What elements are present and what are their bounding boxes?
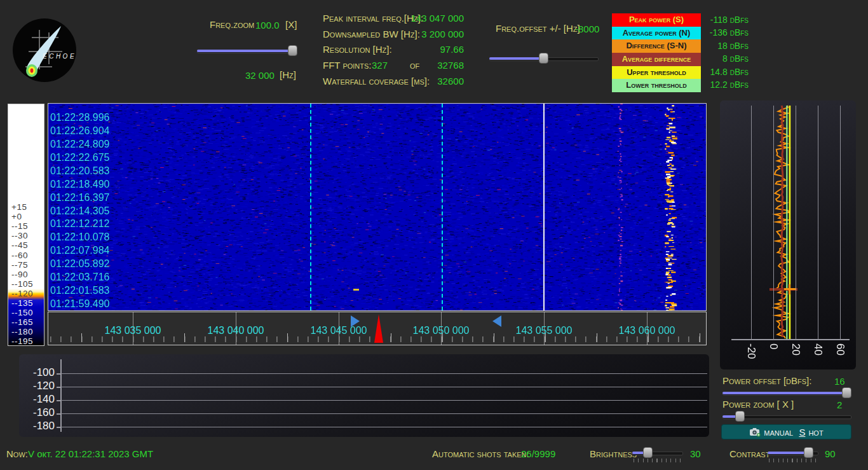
brightness-slider-handle[interactable] (643, 447, 653, 458)
waterfall-timestamp: 01:22:12.212 (50, 218, 109, 230)
legend-button-average-difference[interactable]: Average difference (612, 53, 701, 66)
legend-value-peak-power-s: -118 dBfs (698, 13, 749, 26)
contrast-slider-ticks (769, 459, 818, 462)
stat-value: 97.66 (440, 44, 464, 55)
legend-button-lower-threshold[interactable]: Lower threshold (612, 79, 701, 92)
scale-label: --150 (11, 308, 33, 317)
scale-label: +15 (11, 202, 27, 212)
power-offset-slider-handle[interactable] (842, 387, 851, 398)
manual-shot-button[interactable]: manual Shot (721, 424, 851, 439)
waterfall-timestamp: 01:22:22.675 (50, 152, 109, 163)
waterfall-canvas[interactable] (48, 104, 706, 310)
echoes-main-window: ECHOES Freq.zoom 100.0 [X] 32 000 [Hz] P… (0, 0, 868, 470)
waterfall-timestamp: 01:21:59.490 (50, 298, 109, 310)
frequency-tick-label: 143 050 000 (413, 325, 470, 336)
power-history-tick-label: -100 (19, 366, 55, 379)
trace-legend: Peak power (S)Average power (N)Differenc… (612, 13, 701, 92)
legend-button-upper-threshold[interactable]: Upper threshold (612, 66, 701, 79)
waterfall-timestamp: 01:22:14.305 (50, 205, 109, 217)
waterfall-timestamp: 01:22:01.583 (50, 285, 109, 296)
power-history-tick-label: -180 (19, 420, 55, 432)
legend-value-average-difference: 8 dBfs (698, 52, 749, 65)
contrast-slider-handle[interactable] (804, 447, 813, 458)
power-zoom-label: Power zoom [ X ] (722, 399, 794, 410)
power-history-tick-label: -120 (19, 380, 55, 392)
camera-icon (749, 427, 761, 437)
spectrum-gridline (773, 106, 774, 340)
stat-label: Downsampled BW [Hz]: (323, 29, 420, 39)
power-zoom-slider[interactable] (722, 411, 851, 422)
shots-taken-value: 26/9999 (521, 448, 555, 459)
scale-label: --90 (11, 270, 28, 279)
spectrum-tick-label: 40 (811, 343, 824, 356)
power-offset-value: 16 (834, 376, 845, 387)
waterfall-timestamp: 01:22:20.583 (50, 165, 109, 177)
freq-offset-value: -8000 (575, 24, 599, 34)
stat-value: 327 (372, 60, 388, 71)
contrast-value: 90 (825, 448, 836, 459)
stat-value: 3 200 000 (421, 29, 464, 39)
peak-interval-end-line[interactable] (442, 104, 443, 310)
freq-span-value: 32 000 (245, 70, 275, 81)
power-history-graph: -100-120-140-160-180 (19, 354, 709, 437)
waterfall-timestamp: 01:22:24.809 (50, 139, 109, 150)
center-frequency-line (543, 104, 545, 310)
brightness-slider[interactable] (632, 447, 683, 458)
echoes-logo-image: ECHOES (13, 18, 76, 82)
scale-label: --30 (11, 231, 28, 240)
legend-button-average-power-n[interactable]: Average power (N) (612, 27, 701, 40)
now-value: V окт. 22 01:22:31 2023 GMT (28, 448, 153, 459)
frequency-ruler[interactable]: 143 035 000143 040 000143 045 000143 050… (48, 312, 707, 345)
brightness-label: Brightness (590, 448, 637, 459)
spectrum-tick-label: -20 (745, 343, 757, 359)
power-history-tick-label: -140 (19, 393, 55, 406)
freq-zoom-value: 100.0 (255, 20, 280, 31)
stat-mid-label: of (410, 60, 419, 71)
waterfall-timestamp: 01:22:16.397 (50, 192, 109, 204)
freq-offset-slider-handle[interactable] (539, 53, 548, 64)
freq-span-unit: [Hz] (280, 69, 296, 80)
manual-shot-label-mnemonic: S (799, 427, 805, 438)
freq-zoom-slider-handle[interactable] (288, 45, 297, 56)
spectrum-tick-label: 60 (834, 343, 846, 356)
power-history-tick (57, 400, 61, 401)
contrast-slider[interactable] (768, 447, 818, 458)
waterfall-color-scale: +15+0--15--30--45--60--75--90--105--120-… (8, 104, 44, 346)
scale-label: +0 (11, 212, 22, 221)
peak-interval-start-line[interactable] (310, 104, 311, 310)
waterfall-display[interactable]: 01:22:28.99601:22:26.90401:22:24.80901:2… (48, 103, 707, 311)
scale-label: --75 (11, 260, 28, 270)
freq-offset-label: Freq.offset +/- [Hz] (496, 23, 580, 34)
freq-offset-slider-fill (489, 57, 543, 60)
spectrum-gridline (796, 106, 796, 340)
stat-row-downsampled-bw-hz: Downsampled BW [Hz]:3 200 000 (323, 29, 464, 45)
power-history-y-axis (60, 359, 62, 432)
scale-label: --120 (11, 289, 33, 298)
power-offset-label: Power offset [dBfs]: (722, 375, 811, 386)
manual-shot-label-prefix: manual (764, 427, 796, 438)
power-offset-slider-fill (722, 392, 846, 394)
brightness-slider-ticks (634, 459, 683, 462)
stat-row-resolution-hz: Resolution [Hz]:97.66 (323, 44, 464, 60)
power-offset-slider[interactable] (722, 387, 851, 398)
shots-taken-label: Automatic shots taken: (432, 448, 529, 459)
stat-label: FFT points: (323, 60, 372, 71)
freq-zoom-slider[interactable] (197, 45, 297, 56)
power-zoom-value: 2 (837, 399, 842, 410)
interval-start-triangle-icon[interactable] (351, 315, 360, 327)
legend-button-peak-power-s[interactable]: Peak power (S) (612, 13, 701, 27)
power-zoom-slider-handle[interactable] (735, 411, 745, 422)
power-spectrum-panel: -200204060 (720, 100, 856, 370)
scale-label: --60 (11, 251, 28, 260)
stat-value: 32600 (437, 76, 464, 86)
interval-end-triangle-icon[interactable] (492, 315, 501, 327)
svg-text:ECHOES: ECHOES (43, 53, 76, 60)
stat-label: Waterfall coverage [ms]: (323, 76, 430, 86)
freq-offset-slider[interactable] (489, 53, 599, 64)
freq-zoom-slider-fill (197, 50, 293, 52)
frequency-tick-label: 143 040 000 (208, 325, 264, 336)
spectrum-gridline (751, 106, 752, 340)
peak-frequency-marker[interactable] (374, 314, 383, 343)
legend-button-difference-s-n[interactable]: Difference (S-N) (612, 39, 701, 53)
frequency-tick-label: 143 055 000 (516, 325, 573, 336)
